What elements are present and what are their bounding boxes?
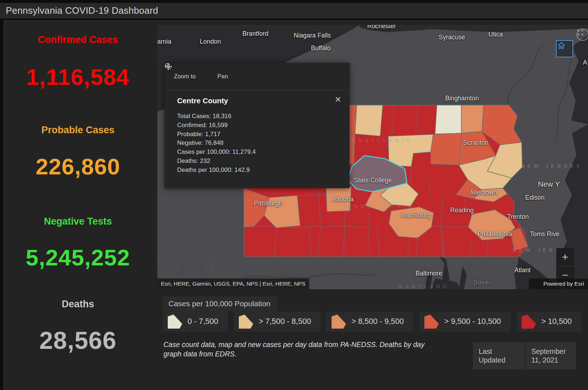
- popup-body: Total Cases: 18,316 Confirmed: 16,599 Pr…: [177, 112, 256, 175]
- city-label: Buffalo: [311, 44, 330, 52]
- city-label: Pittsburgh: [254, 200, 282, 207]
- city-label: Reading: [450, 207, 474, 214]
- city-label: Utica: [488, 31, 503, 38]
- state-label: NEW JERSEY: [521, 163, 583, 169]
- legend-label: > 10,500: [541, 317, 572, 326]
- legend-item: > 7,500 - 8,500: [234, 312, 320, 332]
- county-polygon: [355, 105, 383, 136]
- legend-title: Cases per 100,000 Population: [163, 296, 277, 311]
- dashboard: Pennsylvania COVID-19 Dashboard Confirme…: [0, 0, 588, 390]
- legend-label: > 7,500 - 8,500: [259, 317, 311, 326]
- expand-arrows-icon: [577, 29, 584, 36]
- probable-cases-value: 226,860: [4, 153, 152, 179]
- popup-stat-line: Confirmed: 16,599: [177, 121, 256, 130]
- legend-swatch: [332, 315, 346, 329]
- county-polygon: [435, 105, 461, 134]
- city-label: Altoona: [332, 196, 354, 203]
- fullscreen-button[interactable]: [576, 29, 588, 41]
- legend-item: 0 - 7,500: [163, 312, 228, 332]
- legend-item: > 8,500 - 9,500: [326, 312, 413, 332]
- probable-cases-label: Probable Cases: [4, 125, 152, 136]
- city-label: Philadelphia: [478, 230, 512, 238]
- legend-label: > 8,500 - 9,500: [351, 317, 404, 326]
- last-updated-label: Last Updated: [473, 342, 525, 369]
- city-label: London: [200, 38, 221, 46]
- city-label: A: [583, 59, 587, 66]
- city-label: Rochester: [367, 25, 396, 30]
- pan-button[interactable]: Pan: [218, 73, 228, 80]
- deaths-label: Deaths: [4, 299, 152, 310]
- county-polygon: [461, 105, 484, 133]
- deaths-value: 28,566: [4, 326, 152, 354]
- city-label: Harrisburg: [401, 212, 431, 219]
- zoom-in-button[interactable]: +: [556, 248, 574, 266]
- negative-tests-value: 5,245,252: [4, 244, 152, 270]
- pan-label: Pan: [218, 73, 228, 80]
- legend: 0 - 7,500 > 7,500 - 8,500 > 8,500 - 9,50…: [163, 312, 581, 332]
- pan-arrows-icon: [164, 63, 172, 70]
- state-label: MARYLAND: [398, 283, 449, 289]
- zoom-to-button[interactable]: Zoom to: [174, 73, 196, 80]
- city-label: Allentown: [470, 189, 497, 196]
- popup-actions: Zoom to Pan: [164, 63, 350, 90]
- city-label: Syracuse: [439, 34, 465, 41]
- city-label: New Y: [538, 180, 560, 188]
- city-label: Dover: [473, 279, 491, 286]
- map-attribution: Esri, HERE, Garmin, USGS, EPA, NPS | Esr…: [157, 278, 309, 289]
- popup-stat-line: Negative: 76,848: [177, 139, 256, 148]
- city-label: Edison: [525, 194, 545, 202]
- legend-label: 0 - 7,500: [188, 317, 218, 326]
- legend-label: > 9,500 - 10,500: [444, 317, 501, 326]
- choropleth-map[interactable]: arnia London Brantford Niagara Falls Buf…: [157, 25, 588, 289]
- state-label: PENNSYLVANIA: [339, 138, 412, 143]
- county-polygon: [431, 133, 461, 165]
- city-label: Binghamton: [445, 95, 479, 102]
- confirmed-cases-value: 1,116,584: [4, 64, 152, 90]
- powered-by-esri-link[interactable]: Powered by Esri: [529, 278, 588, 289]
- confirmed-cases-label: Confirmed Cases: [4, 34, 152, 46]
- close-icon[interactable]: ×: [332, 93, 345, 106]
- legend-swatch: [168, 315, 182, 329]
- city-label: Trenton: [507, 213, 529, 221]
- city-label: Baltimore: [416, 270, 442, 277]
- home-button[interactable]: [556, 40, 573, 57]
- city-label: Scranton: [463, 139, 488, 147]
- county-popup: Zoom to Pan: [164, 63, 350, 188]
- city-label: State College: [354, 177, 392, 184]
- content-panel: Confirmed Cases 1,116,584 Probable Cases…: [4, 20, 588, 390]
- home-icon: [557, 41, 566, 50]
- app-header: Pennsylvania COVID-19 Dashboard: [0, 3, 588, 18]
- popup-stat-line: Cases per 100,000: 11,279.4: [177, 148, 256, 157]
- popup-stat-line: Deaths per 100,000: 142.9: [177, 166, 256, 175]
- city-label: arnia: [157, 38, 171, 46]
- state-label: PENNSYLVANIA: [341, 203, 414, 209]
- data-source-note: Case count data, map and new cases per d…: [163, 340, 434, 359]
- negative-tests-label: Negative Tests: [4, 216, 152, 227]
- popup-title: Centre County: [177, 96, 228, 105]
- page-title: Pennsylvania COVID-19 Dashboard: [0, 5, 158, 16]
- city-label: Niagara Falls: [294, 32, 331, 39]
- popup-stat-line: Probable: 1,717: [177, 130, 256, 139]
- popup-stat-line: Deaths: 232: [177, 157, 256, 166]
- legend-item: > 9,500 - 10,500: [419, 312, 510, 332]
- legend-swatch: [522, 315, 536, 329]
- city-label: Atlant: [514, 266, 531, 274]
- zoom-to-label: Zoom to: [174, 73, 196, 80]
- popup-divider: [164, 90, 350, 90]
- popup-stat-line: Total Cases: 18,316: [177, 112, 256, 121]
- legend-swatch: [424, 315, 439, 329]
- legend-swatch: [239, 315, 253, 329]
- city-label: Brantford: [242, 30, 268, 38]
- last-updated-value: September 11, 2021: [526, 342, 576, 369]
- city-label: Toms Rive: [530, 230, 560, 238]
- legend-item: > 10,500: [517, 312, 581, 332]
